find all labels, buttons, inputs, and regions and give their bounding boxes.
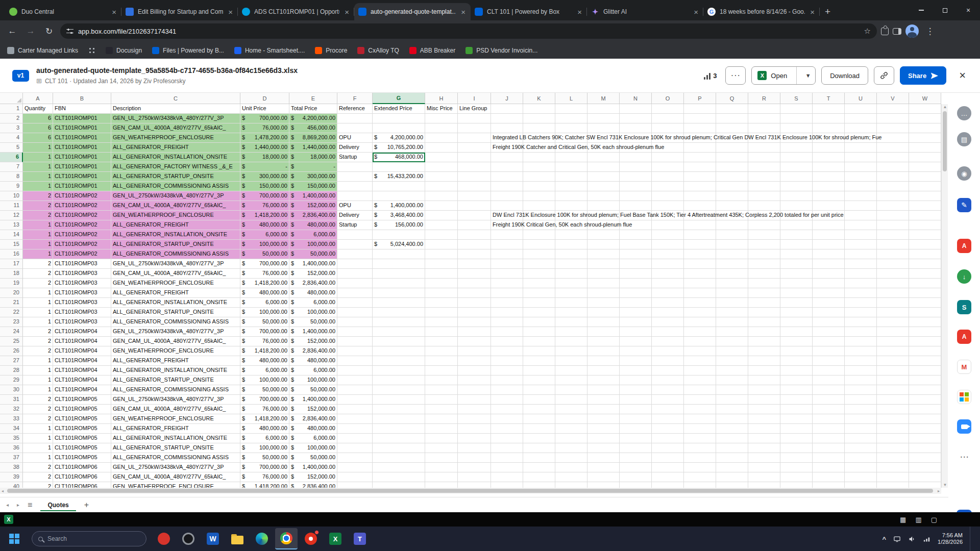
cell[interactable]: $50,000.00 bbox=[240, 453, 289, 463]
download-button[interactable]: Download bbox=[821, 66, 868, 85]
cell[interactable]: GEN_CAM_UL_4000A_480Y/277V_65kAIC_ bbox=[111, 405, 240, 414]
cell[interactable] bbox=[813, 405, 845, 414]
cell[interactable] bbox=[587, 288, 620, 298]
cell[interactable]: 6 bbox=[23, 123, 53, 133]
cell[interactable] bbox=[652, 375, 684, 385]
record-icon[interactable]: ◉ bbox=[957, 166, 971, 181]
cell[interactable]: $700,000.00 bbox=[240, 191, 289, 201]
more-icon[interactable]: ⋯ bbox=[957, 449, 971, 464]
cell[interactable] bbox=[716, 463, 748, 472]
column-header-C[interactable]: C bbox=[111, 93, 240, 104]
cell[interactable] bbox=[373, 162, 425, 172]
cell[interactable] bbox=[684, 162, 716, 172]
cell[interactable] bbox=[877, 453, 909, 463]
cell[interactable]: $300,000.00 bbox=[289, 172, 337, 182]
cell[interactable] bbox=[780, 385, 813, 395]
cell[interactable] bbox=[523, 143, 555, 153]
cell[interactable] bbox=[337, 240, 373, 249]
cell[interactable] bbox=[845, 220, 877, 230]
cell[interactable] bbox=[684, 259, 716, 269]
cell[interactable]: $2,836,400.00 bbox=[289, 279, 337, 288]
cell[interactable] bbox=[909, 356, 941, 366]
cell[interactable] bbox=[684, 269, 716, 279]
cell[interactable]: GEN_UL_2750kW/3438kVA_480Y/277V_3P bbox=[111, 463, 240, 472]
cell[interactable] bbox=[780, 153, 813, 162]
bookmark-star-icon[interactable]: ☆ bbox=[864, 27, 871, 36]
cell[interactable]: $100,000.00 bbox=[240, 308, 289, 317]
cell[interactable] bbox=[620, 443, 652, 453]
cell[interactable]: $100,000.00 bbox=[289, 308, 337, 317]
cell[interactable] bbox=[652, 269, 684, 279]
cell[interactable] bbox=[555, 453, 587, 463]
cell[interactable]: CLT101ROMP03 bbox=[53, 269, 111, 279]
cell[interactable] bbox=[458, 356, 491, 366]
cell[interactable]: 1 bbox=[23, 143, 53, 153]
cell[interactable] bbox=[555, 482, 587, 488]
cell[interactable]: GEN_UL_2750kW/3438kVA_480Y/277V_3P bbox=[111, 327, 240, 337]
cell[interactable] bbox=[587, 298, 620, 308]
cell[interactable] bbox=[748, 172, 780, 182]
cell[interactable] bbox=[587, 337, 620, 346]
cell[interactable] bbox=[845, 249, 877, 259]
cell[interactable] bbox=[748, 143, 780, 153]
cell[interactable] bbox=[652, 123, 684, 133]
cell[interactable] bbox=[877, 191, 909, 201]
sheet-tab-quotes[interactable]: Quotes bbox=[40, 499, 76, 511]
cell[interactable] bbox=[877, 269, 909, 279]
cell[interactable] bbox=[491, 385, 523, 395]
cell[interactable] bbox=[425, 298, 458, 308]
cell[interactable] bbox=[587, 279, 620, 288]
cell[interactable] bbox=[620, 191, 652, 201]
cell[interactable]: 1 bbox=[23, 162, 53, 172]
cell[interactable]: 1 bbox=[23, 182, 53, 191]
cell[interactable] bbox=[716, 240, 748, 249]
cell[interactable] bbox=[523, 201, 555, 211]
cell[interactable]: $100,000.00 bbox=[240, 375, 289, 385]
cell[interactable] bbox=[748, 240, 780, 249]
cell[interactable] bbox=[555, 191, 587, 201]
cell[interactable] bbox=[684, 327, 716, 337]
cell[interactable] bbox=[587, 463, 620, 472]
cell[interactable] bbox=[373, 375, 425, 385]
cell[interactable] bbox=[458, 317, 491, 327]
cell[interactable]: ALL_GENERATOR_FREIGHT bbox=[111, 356, 240, 366]
row-header[interactable]: 35 bbox=[0, 434, 23, 443]
forward-button[interactable]: → bbox=[23, 24, 38, 38]
cell[interactable] bbox=[845, 288, 877, 298]
cell[interactable] bbox=[780, 472, 813, 482]
cell[interactable] bbox=[373, 346, 425, 356]
cell[interactable]: $456,000.00 bbox=[289, 123, 337, 133]
cell[interactable] bbox=[523, 172, 555, 182]
cell[interactable] bbox=[652, 346, 684, 356]
cell[interactable] bbox=[587, 405, 620, 414]
row-header[interactable]: 19 bbox=[0, 279, 23, 288]
cell[interactable] bbox=[523, 337, 555, 346]
cell[interactable] bbox=[716, 482, 748, 488]
cell[interactable] bbox=[587, 317, 620, 327]
cell[interactable]: $700,000.00 bbox=[240, 463, 289, 472]
cell[interactable] bbox=[813, 153, 845, 162]
cell[interactable] bbox=[652, 143, 684, 153]
cell[interactable]: Extended Price bbox=[373, 104, 425, 114]
signature-icon[interactable]: ✎ bbox=[957, 198, 971, 212]
cell[interactable] bbox=[652, 259, 684, 269]
cell[interactable] bbox=[909, 405, 941, 414]
cell[interactable] bbox=[458, 143, 491, 153]
cell[interactable] bbox=[652, 172, 684, 182]
row-header[interactable]: 12 bbox=[0, 211, 23, 220]
display-tray-icon[interactable] bbox=[893, 535, 901, 543]
cell[interactable] bbox=[425, 182, 458, 191]
cell[interactable] bbox=[620, 133, 652, 143]
cell[interactable]: 1 bbox=[23, 424, 53, 434]
cell[interactable] bbox=[652, 453, 684, 463]
cell[interactable] bbox=[523, 482, 555, 488]
cell[interactable] bbox=[555, 288, 587, 298]
cell[interactable] bbox=[716, 327, 748, 337]
browser-tab[interactable]: G18 weeks before 8/14/26 - Goo...× bbox=[703, 3, 820, 20]
cell[interactable] bbox=[684, 385, 716, 395]
column-header-E[interactable]: E bbox=[289, 93, 337, 104]
cell[interactable]: $300,000.00 bbox=[240, 172, 289, 182]
cell[interactable] bbox=[813, 472, 845, 482]
cell[interactable]: GEN_CAM_UL_4000A_480Y/277V_65kAIC_ bbox=[111, 123, 240, 133]
cell[interactable]: $480,000.00 bbox=[289, 288, 337, 298]
